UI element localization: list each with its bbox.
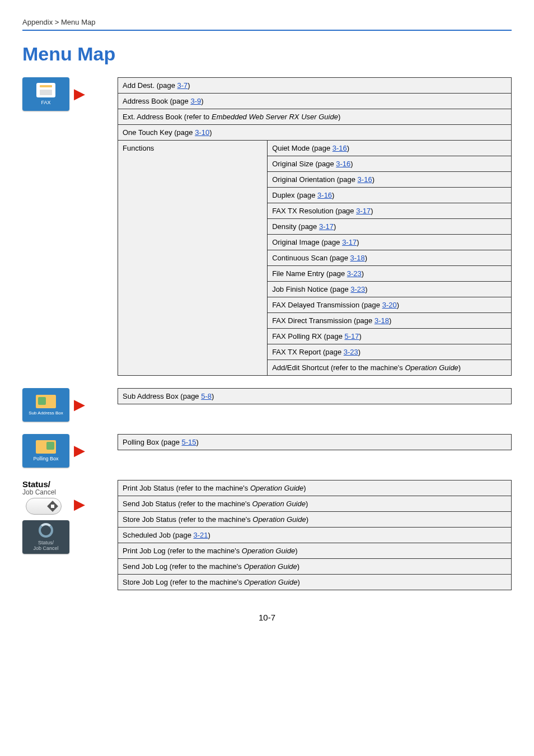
page-link[interactable]: 3-23 [347, 269, 362, 278]
fax-tile-label: FAX [41, 100, 50, 105]
fax-section: FAX ▶ Add Dest. (page 3-7)Address Book (… [22, 77, 512, 376]
page-link[interactable]: 3-18 [350, 254, 365, 262]
polling-box-icon: Polling Box [22, 434, 69, 468]
page-link[interactable]: 3-7 [177, 81, 188, 90]
page-link[interactable]: 3-20 [382, 301, 397, 309]
page-link[interactable]: 3-16 [358, 175, 372, 184]
table-row: Density (page 3-17) [268, 219, 512, 235]
table-row: File Name Entry (page 3-23) [268, 266, 512, 282]
status-screen-icon: Status/ Job Cancel [22, 520, 69, 554]
sub-address-table: Sub Address Box (page 5-8) [118, 388, 512, 404]
table-row: Duplex (page 3-16) [268, 188, 512, 203]
status-label: Status/ Job Cancel [22, 480, 69, 496]
page-link[interactable]: 3-10 [195, 128, 209, 137]
page-link[interactable]: 3-16 [336, 160, 350, 168]
arrow-icon: ▶ [74, 497, 85, 511]
table-row: Polling Box (page 5-15) [118, 435, 512, 450]
table-row: Sub Address Box (page 5-8) [118, 389, 512, 404]
page-link[interactable]: 5-17 [344, 332, 359, 340]
breadcrumb: Appendix > Menu Map [22, 18, 512, 26]
page-link[interactable]: 3-17 [319, 222, 334, 231]
table-row: Add Dest. (page 3-7) [118, 78, 512, 94]
table-row: FAX Polling RX (page 5-17) [268, 329, 512, 344]
polling-table: Polling Box (page 5-15) [118, 434, 512, 450]
page-link[interactable]: 3-21 [193, 531, 208, 539]
page-link[interactable]: 3-18 [374, 316, 389, 325]
table-row: Original Image (page 3-17) [268, 235, 512, 250]
page-number: 10-7 [22, 613, 512, 622]
table-row: One Touch Key (page 3-10) [118, 125, 512, 141]
table-row: FAX TX Resolution (page 3-17) [268, 203, 512, 219]
table-row: FAX TX Report (page 3-23) [268, 344, 512, 360]
table-row: Quiet Mode (page 3-16) [268, 141, 512, 156]
table-row: Send Job Log (refer to the machine's Ope… [118, 559, 512, 575]
page-title: Menu Map [22, 43, 512, 65]
table-row: FAX Delayed Transmission (page 3-20) [268, 297, 512, 313]
header-rule [22, 30, 512, 31]
table-row: Store Job Status (refer to the machine's… [118, 512, 512, 528]
table-row: Ext. Address Book (refer to Embedded Web… [118, 109, 512, 125]
status-section: Status/ Job Cancel Status/ Job Cancel ▶ … [22, 480, 512, 590]
fax-menu-table: Add Dest. (page 3-7)Address Book (page 3… [118, 77, 512, 376]
table-row: Add/Edit Shortcut (refer to the machine'… [268, 360, 512, 376]
page-link[interactable]: 3-23 [350, 285, 365, 293]
page-link[interactable]: 3-17 [342, 238, 357, 246]
arrow-icon: ▶ [74, 397, 85, 412]
sub-address-tile-label: Sub Address Box [29, 410, 63, 416]
fax-tile-icon: FAX [22, 77, 69, 111]
status-table: Print Job Status (refer to the machine's… [118, 480, 512, 590]
table-row: Send Job Status (refer to the machine's … [118, 496, 512, 512]
arrow-icon: ▶ [74, 443, 85, 458]
page-link[interactable]: 3-23 [344, 348, 358, 356]
status-button-icon [26, 498, 62, 515]
polling-tile-label: Polling Box [33, 456, 58, 461]
sub-address-box-icon: Sub Address Box [22, 388, 69, 422]
table-row: Original Orientation (page 3-16) [268, 172, 512, 188]
table-row: FAX Direct Transmission (page 3-18) [268, 313, 512, 329]
table-row: Store Job Log (refer to the machine's Op… [118, 575, 512, 590]
table-row: Original Size (page 3-16) [268, 156, 512, 172]
page-link[interactable]: 5-8 [201, 392, 212, 400]
table-row: Print Job Status (refer to the machine's… [118, 480, 512, 496]
page-link[interactable]: 3-17 [356, 207, 371, 215]
polling-box-section: Polling Box ▶ Polling Box (page 5-15) [22, 434, 512, 468]
table-row: Job Finish Notice (page 3-23) [268, 282, 512, 297]
page-link[interactable]: 5-15 [182, 438, 196, 446]
functions-label-cell: Functions [118, 141, 268, 376]
sub-address-section: Sub Address Box ▶ Sub Address Box (page … [22, 388, 512, 422]
page-link[interactable]: 3-9 [190, 97, 201, 105]
table-row: Print Job Log (refer to the machine's Op… [118, 543, 512, 559]
table-row: Continuous Scan (page 3-18) [268, 250, 512, 266]
table-row: Address Book (page 3-9) [118, 94, 512, 109]
page-link[interactable]: 3-16 [317, 191, 332, 199]
table-row: Scheduled Job (page 3-21) [118, 528, 512, 543]
arrow-icon: ▶ [74, 86, 85, 101]
page-link[interactable]: 3-16 [332, 144, 347, 152]
